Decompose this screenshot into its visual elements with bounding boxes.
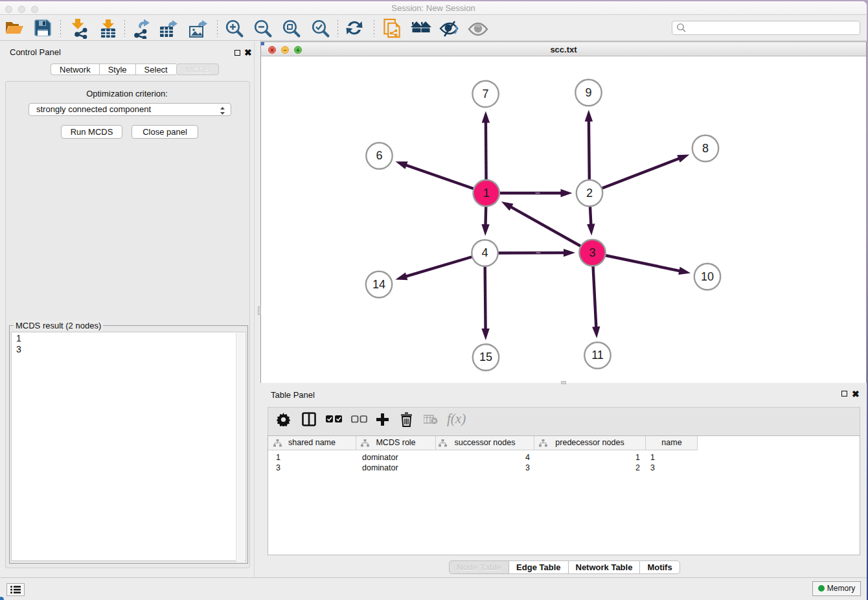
- svg-text:1: 1: [483, 186, 490, 199]
- svg-text:6: 6: [376, 149, 382, 162]
- svg-text:14: 14: [372, 277, 385, 290]
- svg-text:8: 8: [702, 141, 709, 154]
- svg-text:10: 10: [701, 270, 714, 283]
- svg-text:9: 9: [585, 86, 591, 98]
- svg-text:7: 7: [483, 87, 489, 100]
- svg-text:4: 4: [481, 246, 488, 259]
- svg-text:2: 2: [586, 186, 593, 199]
- svg-text:15: 15: [479, 351, 492, 363]
- svg-text:3: 3: [589, 246, 595, 259]
- svg-text:11: 11: [591, 349, 604, 362]
